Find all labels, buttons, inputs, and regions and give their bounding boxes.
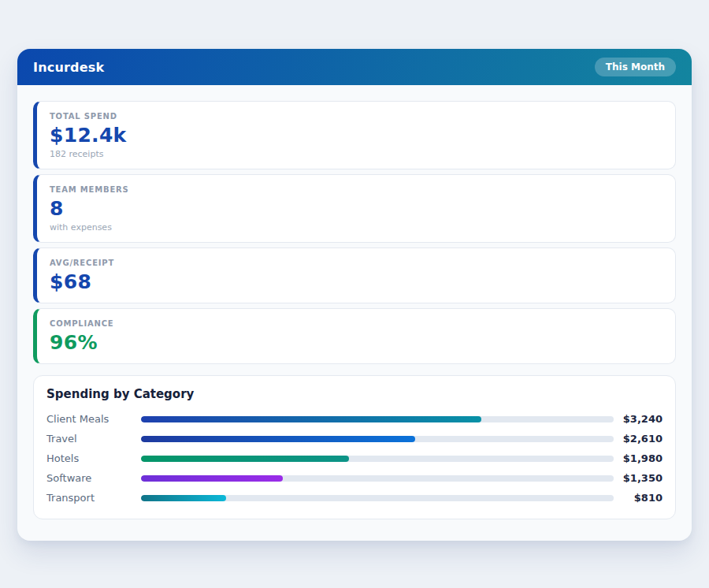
period-badge[interactable]: This Month [595, 58, 676, 76]
stat-value: 96% [50, 331, 663, 354]
bar-track [141, 456, 614, 462]
bar-row: Transport $810 [46, 488, 663, 508]
stat-subtext: with expenses [50, 222, 663, 233]
stat-label: TEAM MEMBERS [50, 185, 663, 194]
stat-value: $12.4k [50, 124, 663, 147]
stat-card: TEAM MEMBERS 8 with expenses [33, 174, 676, 243]
bar-track [141, 495, 614, 501]
bar-amount: $1,350 [614, 472, 663, 484]
bar-category-label: Client Meals [46, 413, 141, 425]
bar-row: Client Meals $3,240 [46, 409, 663, 429]
bar-amount: $3,240 [614, 413, 663, 425]
stat-subtext: 182 receipts [50, 149, 663, 159]
bar-fill [141, 416, 481, 422]
bar-fill [141, 495, 226, 501]
chart-title: Spending by Category [46, 387, 663, 401]
stat-card: TOTAL SPEND $12.4k 182 receipts [33, 101, 676, 169]
app-title: Incurdesk [33, 60, 104, 75]
bar-fill [141, 456, 349, 462]
bar-category-label: Transport [46, 492, 141, 504]
bar-amount: $2,610 [614, 433, 663, 445]
app-header: Incurdesk This Month [17, 49, 692, 85]
bar-category-label: Software [46, 472, 141, 484]
stats-list: TOTAL SPEND $12.4k 182 receipts TEAM MEM… [33, 101, 676, 364]
stat-value: $68 [50, 270, 663, 293]
bar-category-label: Travel [46, 433, 141, 445]
bar-track [141, 416, 614, 422]
stat-label: AVG/RECEIPT [50, 259, 663, 267]
stat-card: AVG/RECEIPT $68 [33, 247, 676, 303]
bar-amount: $1,980 [614, 452, 663, 464]
bar-row: Software $1,350 [46, 468, 663, 488]
bar-amount: $810 [614, 492, 663, 504]
bar-track [141, 436, 614, 442]
bar-chart: Client Meals $3,240 Travel $2,610 Hotels… [46, 409, 663, 508]
stat-label: COMPLIANCE [50, 319, 663, 328]
bar-track [141, 475, 614, 482]
stat-value: 8 [50, 197, 663, 220]
bar-fill [141, 436, 415, 442]
spending-chart-panel: Spending by Category Client Meals $3,240… [33, 375, 676, 519]
dashboard-card: Incurdesk This Month TOTAL SPEND $12.4k … [17, 49, 692, 541]
bar-fill [141, 475, 283, 482]
dashboard-content: TOTAL SPEND $12.4k 182 receipts TEAM MEM… [17, 85, 692, 535]
stat-label: TOTAL SPEND [50, 112, 663, 121]
bar-row: Travel $2,610 [46, 429, 663, 448]
bar-row: Hotels $1,980 [46, 448, 663, 468]
bar-category-label: Hotels [46, 452, 141, 464]
stat-card: COMPLIANCE 96% [33, 308, 676, 364]
